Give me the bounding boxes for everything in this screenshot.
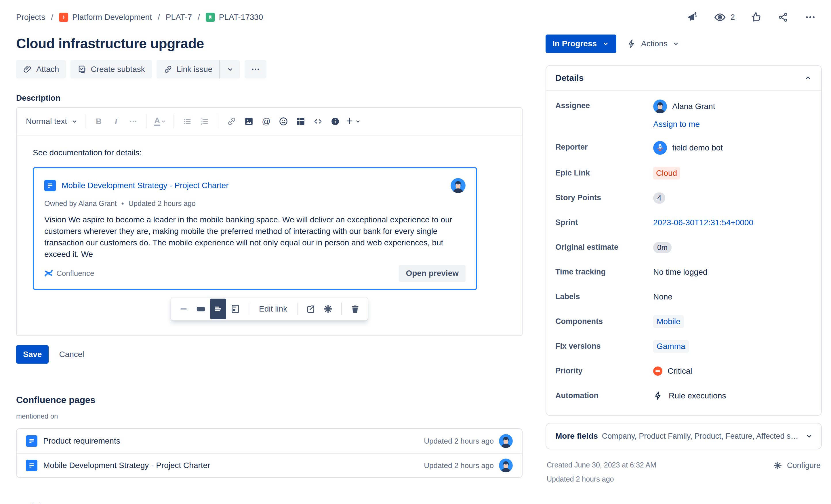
page-title-link[interactable]: Mobile Development Strategy - Project Ch… <box>43 461 210 470</box>
link-icon <box>164 65 173 74</box>
original-estimate-badge[interactable]: 0m <box>653 242 671 253</box>
watch-count: 2 <box>730 13 735 22</box>
fix-version-chip[interactable]: Gamma <box>653 340 689 353</box>
smart-card-title-link[interactable]: Mobile Development Strategy - Project Ch… <box>62 181 228 190</box>
insert-more-dropdown[interactable] <box>345 114 361 129</box>
breadcrumb-projects[interactable]: Projects <box>16 13 45 22</box>
page-updated: Updated 2 hours ago <box>424 461 494 470</box>
breadcrumb-epic-key[interactable]: PLAT-7 <box>166 13 192 22</box>
display-url-icon[interactable] <box>175 300 192 318</box>
page-updater-avatar <box>499 434 513 448</box>
breadcrumb-issue-key[interactable]: PLAT-17330 <box>206 13 263 22</box>
display-card-icon[interactable] <box>210 299 226 319</box>
more-actions-icon[interactable] <box>805 11 816 23</box>
open-link-icon[interactable] <box>303 300 319 318</box>
editor-toolbar: Normal text B I A <box>17 108 522 136</box>
remove-link-trash-icon[interactable] <box>347 300 363 318</box>
confluence-page-row[interactable]: Product requirements Updated 2 hours ago <box>17 429 522 453</box>
assign-to-me-link[interactable]: Assign to me <box>653 120 700 129</box>
breadcrumb-separator: / <box>198 13 200 22</box>
text-style-dropdown[interactable]: Normal text <box>25 117 79 126</box>
confluence-page-row[interactable]: Mobile Development Strategy - Project Ch… <box>17 453 522 477</box>
story-points-badge[interactable]: 4 <box>653 192 665 204</box>
chevron-down-icon <box>226 65 234 73</box>
open-preview-button[interactable]: Open preview <box>399 265 465 282</box>
confluence-doc-icon <box>26 460 37 471</box>
toolbar-divider <box>249 303 249 315</box>
more-fields-label: More fields <box>555 432 598 441</box>
field-priority: Priority Critical <box>555 365 812 378</box>
confluence-pages-list: Product requirements Updated 2 hours ago… <box>16 428 522 478</box>
status-label: In Progress <box>552 39 597 48</box>
story-type-icon <box>206 13 215 22</box>
save-button[interactable]: Save <box>16 345 49 364</box>
numbered-list-icon[interactable] <box>197 114 212 129</box>
reporter-value[interactable]: field demo bot <box>653 141 723 155</box>
insert-link-icon[interactable] <box>224 114 239 129</box>
reporter-name: field demo bot <box>672 143 723 152</box>
status-dropdown[interactable]: In Progress <box>546 34 617 53</box>
cancel-button[interactable]: Cancel <box>52 345 91 364</box>
assignee-value[interactable]: Alana Grant <box>653 99 715 113</box>
card-owner-avatar <box>451 178 465 193</box>
link-issue-dropdown[interactable] <box>221 60 240 79</box>
created-timestamp: Created June 30, 2023 at 6:32 AM <box>547 461 656 469</box>
insert-table-icon[interactable] <box>293 114 308 129</box>
sidebar: In Progress Actions Details <box>546 25 822 504</box>
configure-button[interactable]: Configure <box>773 461 821 470</box>
labels-value[interactable]: None <box>653 291 672 303</box>
toolbar-divider <box>218 115 219 128</box>
link-floating-toolbar: Edit link <box>171 297 368 321</box>
display-inline-card-icon[interactable] <box>193 300 209 318</box>
insert-image-icon[interactable] <box>241 114 256 129</box>
breadcrumb-project[interactable]: Platform Development <box>59 13 152 22</box>
display-embed-icon[interactable] <box>227 300 243 318</box>
page-title-link[interactable]: Product requirements <box>43 436 120 446</box>
editor-content[interactable]: See documentation for details: Mobile De… <box>17 136 522 335</box>
more-toolbar-button[interactable] <box>245 60 266 79</box>
time-tracking-value[interactable]: No time logged <box>653 266 707 278</box>
rule-executions-label: Rule executions <box>669 391 726 401</box>
header-actions: 2 <box>687 11 820 24</box>
watch-eye-icon <box>714 11 726 24</box>
field-components: Components Mobile <box>555 315 812 328</box>
feedback-megaphone-icon[interactable] <box>687 11 698 23</box>
create-subtask-button[interactable]: Create subtask <box>70 60 152 79</box>
details-panel-header[interactable]: Details <box>546 66 821 91</box>
attach-button[interactable]: Attach <box>16 60 66 79</box>
card-byline: Owned by Alana Grant • Updated 2 hours a… <box>44 199 465 208</box>
byline-separator: • <box>121 199 124 208</box>
page-updated: Updated 2 hours ago <box>424 437 494 446</box>
field-labels: Labels None <box>555 291 812 303</box>
breadcrumb-separator: / <box>158 13 160 22</box>
bold-icon[interactable]: B <box>91 114 106 129</box>
link-settings-gear-icon[interactable] <box>320 300 336 318</box>
share-icon[interactable] <box>777 11 789 23</box>
more-fields-panel[interactable]: More fields Company, Product Family, Pro… <box>546 423 822 449</box>
issue-title[interactable]: Cloud infrastructure upgrade <box>16 36 522 52</box>
emoji-icon[interactable] <box>276 114 291 129</box>
edit-link-button[interactable]: Edit link <box>254 304 292 314</box>
more-formatting-icon[interactable] <box>126 114 141 129</box>
actions-dropdown[interactable]: Actions <box>627 39 680 49</box>
bullet-list-icon[interactable] <box>180 114 195 129</box>
field-original-estimate: Original estimate 0m <box>555 241 812 254</box>
watch-control[interactable]: 2 <box>714 11 735 24</box>
sprint-link[interactable]: 2023-06-30T12:31:54+0000 <box>653 218 753 227</box>
rule-executions-link[interactable]: Rule executions <box>653 391 726 401</box>
confluence-smart-card[interactable]: Mobile Development Strategy - Project Ch… <box>33 167 477 290</box>
toolbar-divider <box>85 115 85 128</box>
field-reporter: Reporter field demo bot <box>555 141 812 155</box>
mention-icon[interactable]: @ <box>259 114 274 129</box>
ellipsis-icon <box>250 64 261 75</box>
text-color-icon[interactable]: A <box>153 114 168 129</box>
priority-value[interactable]: Critical <box>653 365 692 378</box>
link-issue-button[interactable]: Link issue <box>156 60 220 79</box>
info-panel-icon[interactable] <box>328 114 343 129</box>
epic-link-chip[interactable]: Cloud <box>653 167 680 179</box>
create-subtask-label: Create subtask <box>91 65 145 74</box>
component-chip[interactable]: Mobile <box>653 315 684 328</box>
code-block-icon[interactable] <box>311 114 325 129</box>
like-thumbs-up-icon[interactable] <box>750 11 762 23</box>
italic-icon[interactable]: I <box>109 114 123 129</box>
